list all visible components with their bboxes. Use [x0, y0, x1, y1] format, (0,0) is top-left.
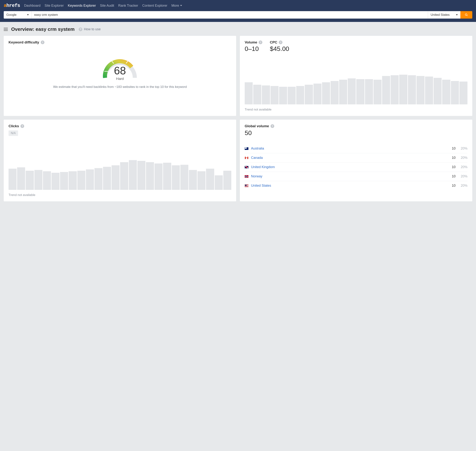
chart-bar: [459, 81, 467, 104]
chart-bar: [356, 79, 364, 104]
page-title: Overview: easy crm system: [11, 26, 75, 32]
flag-icon: [245, 166, 248, 169]
difficulty-gauge: 68 Hard: [100, 52, 139, 78]
nav-item-dashboard[interactable]: Dashboard: [24, 4, 40, 8]
country-volume: 10: [449, 147, 456, 150]
logo: ahrefs: [4, 3, 20, 8]
how-to-use-link[interactable]: ? How to use: [79, 27, 101, 31]
clicks-trend-chart: [9, 160, 231, 190]
chart-bar: [69, 171, 77, 190]
country-link[interactable]: United Kingdom: [251, 165, 446, 169]
chevron-down-icon: [456, 14, 458, 15]
chart-bar: [451, 81, 459, 104]
nav-item-content-explorer[interactable]: Content Explorer: [142, 4, 167, 8]
chart-bar: [43, 171, 51, 190]
chart-bar: [434, 78, 442, 104]
chart-bar: [373, 80, 381, 104]
chart-bar: [103, 167, 111, 190]
search-button[interactable]: [460, 11, 472, 19]
top-nav: ahrefs DashboardSite ExplorerKeywords Ex…: [0, 0, 476, 11]
global-volume-row: ✦Canada1020%: [245, 153, 467, 163]
keyword-input[interactable]: [32, 11, 428, 19]
country-link[interactable]: Canada: [251, 156, 446, 160]
chart-bar: [223, 171, 231, 190]
chart-bar: [129, 160, 137, 190]
volume-value: 0–10: [245, 45, 262, 52]
chart-bar: [253, 85, 261, 104]
how-to-use-label: How to use: [84, 27, 101, 31]
chart-bar: [172, 165, 180, 190]
chart-bar: [296, 86, 304, 104]
country-percent: 20%: [458, 175, 467, 178]
chart-bar: [288, 87, 296, 104]
country-volume: 10: [449, 156, 456, 160]
country-value: United States: [431, 13, 450, 17]
chart-bar: [399, 75, 407, 104]
help-icon[interactable]: ?: [270, 124, 274, 128]
trend-not-available: Trend not available: [245, 108, 467, 112]
nav-item-keywords-explorer[interactable]: Keywords Explorer: [68, 4, 96, 8]
chart-bar: [137, 161, 145, 190]
clicks-na-badge: N/A: [9, 130, 18, 136]
trend-not-available: Trend not available: [9, 193, 231, 197]
keyword-difficulty-card: Keyword difficulty ?: [4, 36, 236, 116]
nav-item-rank-tracker[interactable]: Rank Tracker: [118, 4, 138, 8]
chart-bar: [425, 76, 433, 104]
chart-bar: [95, 168, 103, 190]
chart-bar: [365, 79, 373, 104]
clicks-card: Clicks ? N/A Trend not available: [4, 120, 236, 201]
help-icon[interactable]: ?: [279, 40, 283, 44]
difficulty-value: 68: [100, 65, 139, 76]
chart-bar: [146, 162, 154, 190]
chart-bar: [215, 175, 223, 190]
search-icon: [465, 13, 468, 17]
chart-bar: [305, 85, 313, 104]
help-icon[interactable]: ?: [20, 124, 24, 128]
chart-bar: [270, 86, 278, 104]
nav-item-site-audit[interactable]: Site Audit: [100, 4, 114, 8]
chart-bar: [34, 170, 42, 190]
difficulty-rating: Hard: [100, 77, 139, 81]
volume-cpc-card: Volume ? 0–10 CPC ? $45.00 Trend not ava…: [240, 36, 472, 116]
nav-more[interactable]: More: [171, 4, 182, 8]
global-volume-label: Global volume: [245, 124, 269, 128]
help-icon: ?: [79, 27, 82, 31]
chart-bar: [180, 165, 188, 190]
chart-bar: [417, 76, 425, 104]
chart-bar: [322, 82, 330, 104]
keyword-difficulty-label: Keyword difficulty: [9, 40, 39, 44]
chart-bar: [163, 163, 171, 190]
country-percent: 20%: [458, 184, 467, 188]
global-volume-value: 50: [245, 129, 467, 137]
volume-label: Volume: [245, 40, 257, 44]
chart-bar: [245, 82, 253, 104]
chart-bar: [77, 171, 85, 190]
search-engine-select[interactable]: Google: [4, 11, 32, 19]
chart-bar: [112, 165, 120, 190]
country-link[interactable]: Australia: [251, 147, 446, 150]
country-select[interactable]: United States: [428, 11, 460, 19]
flag-icon: ✦: [245, 157, 248, 159]
country-link[interactable]: United States: [251, 184, 446, 188]
chart-bar: [408, 75, 416, 104]
chart-bar: [206, 169, 214, 190]
country-percent: 20%: [458, 147, 467, 150]
nav-item-site-explorer[interactable]: Site Explorer: [45, 4, 64, 8]
chart-bar: [262, 85, 270, 104]
chart-bar: [348, 78, 356, 104]
chart-bar: [442, 80, 450, 104]
help-icon[interactable]: ?: [259, 40, 262, 44]
country-link[interactable]: Norway: [251, 175, 446, 178]
help-icon[interactable]: ?: [41, 40, 45, 44]
chart-bar: [382, 76, 390, 104]
chart-bar: [51, 173, 59, 190]
menu-toggle-icon[interactable]: [4, 28, 8, 31]
country-volume: 10: [449, 165, 456, 169]
country-volume: 10: [449, 175, 456, 178]
chart-bar: [120, 162, 128, 190]
flag-icon: [245, 147, 248, 150]
chart-bar: [17, 167, 25, 190]
chart-bar: [331, 81, 339, 104]
volume-trend-chart: [245, 75, 467, 104]
chart-bar: [198, 171, 206, 190]
